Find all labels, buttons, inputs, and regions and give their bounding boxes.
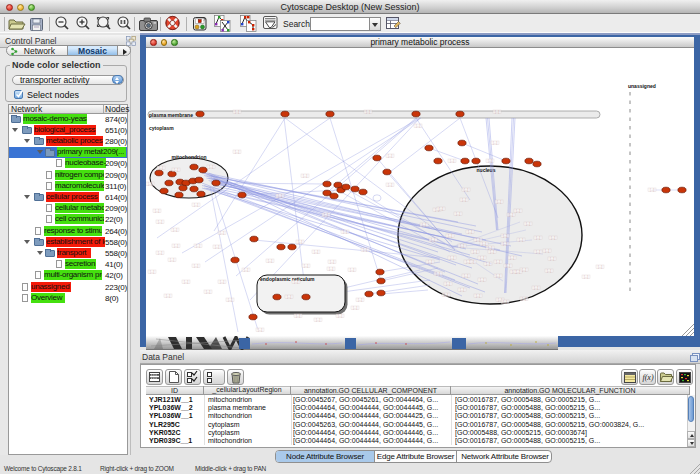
svg-text:[...]: [...] <box>506 264 510 268</box>
svg-text:[...]: [...] <box>294 280 298 284</box>
svg-text:[...]: [...] <box>488 159 492 163</box>
svg-text:[...]: [...] <box>476 294 480 298</box>
svg-text:[...]: [...] <box>480 256 484 260</box>
svg-text:[...]: [...] <box>503 234 507 238</box>
svg-text:[...]: [...] <box>268 259 272 263</box>
svg-text:[...]: [...] <box>158 220 162 224</box>
svg-text:f(x): f(x) <box>642 373 653 382</box>
svg-text:mitochondrion: mitochondrion <box>172 154 207 160</box>
svg-text:[...]: [...] <box>503 242 507 246</box>
svg-text:[...]: [...] <box>173 228 177 232</box>
svg-text:[...]: [...] <box>388 154 392 158</box>
svg-text:[...]: [...] <box>598 265 602 269</box>
svg-text:[...]: [...] <box>314 250 318 254</box>
svg-text:[...]: [...] <box>174 168 178 172</box>
svg-text:[...]: [...] <box>298 240 302 244</box>
svg-text:[...]: [...] <box>220 280 224 284</box>
svg-text:[...]: [...] <box>329 267 333 271</box>
svg-text:unassigned: unassigned <box>628 83 656 89</box>
svg-text:[...]: [...] <box>316 318 320 322</box>
svg-text:[...]: [...] <box>496 274 500 278</box>
svg-text:[...]: [...] <box>496 260 500 264</box>
svg-text:[...]: [...] <box>448 234 452 238</box>
svg-text:[...]: [...] <box>503 300 507 304</box>
svg-text:[...]: [...] <box>235 110 239 114</box>
svg-text:[...]: [...] <box>184 280 188 284</box>
svg-text:plasma membrane: plasma membrane <box>149 112 193 118</box>
svg-text:[...]: [...] <box>522 268 526 272</box>
svg-text:[...]: [...] <box>490 250 494 254</box>
svg-text:[...]: [...] <box>150 270 154 274</box>
svg-text:[...]: [...] <box>343 230 347 234</box>
svg-text:[...]: [...] <box>516 270 520 274</box>
svg-text:[...]: [...] <box>428 260 432 264</box>
svg-text:[...]: [...] <box>155 209 159 213</box>
svg-text:[...]: [...] <box>148 182 152 186</box>
svg-text:[...]: [...] <box>158 251 162 255</box>
svg-text:[...]: [...] <box>194 264 198 268</box>
svg-text:[...]: [...] <box>550 257 554 261</box>
svg-text:[...]: [...] <box>460 244 464 248</box>
svg-text:[...]: [...] <box>476 238 480 242</box>
svg-text:[...]: [...] <box>468 230 472 234</box>
svg-text:[...]: [...] <box>439 207 443 211</box>
svg-text:cytoplasm: cytoplasm <box>149 125 174 131</box>
svg-text:[...]: [...] <box>296 314 300 318</box>
svg-text:[...]: [...] <box>258 328 262 332</box>
svg-text:[...]: [...] <box>422 223 426 227</box>
svg-text:[...]: [...] <box>206 290 210 294</box>
svg-text:[...]: [...] <box>450 256 454 260</box>
svg-text:[...]: [...] <box>444 293 448 297</box>
svg-text:[...]: [...] <box>488 246 492 250</box>
svg-text:[...]: [...] <box>536 250 540 254</box>
svg-text:[...]: [...] <box>480 278 484 282</box>
svg-text:endoplasmic reticulum: endoplasmic reticulum <box>260 276 315 282</box>
svg-text:[...]: [...] <box>473 250 477 254</box>
svg-text:[...]: [...] <box>551 236 555 240</box>
svg-text:[...]: [...] <box>353 306 357 310</box>
svg-text:[...]: [...] <box>196 244 200 248</box>
svg-text:[...]: [...] <box>209 165 213 169</box>
svg-text:[...]: [...] <box>388 183 392 187</box>
svg-text:[...]: [...] <box>159 166 163 170</box>
svg-text:[...]: [...] <box>278 194 282 198</box>
svg-text:[...]: [...] <box>174 244 178 248</box>
svg-text:[...]: [...] <box>534 286 538 290</box>
svg-text:[...]: [...] <box>166 294 170 298</box>
svg-text:[...]: [...] <box>497 200 501 204</box>
svg-text:[...]: [...] <box>194 203 198 207</box>
svg-text:[...]: [...] <box>244 268 248 272</box>
svg-text:[...]: [...] <box>220 231 224 235</box>
svg-text:[...]: [...] <box>235 150 239 154</box>
svg-text:[...]: [...] <box>464 274 468 278</box>
svg-text:[...]: [...] <box>545 249 549 253</box>
svg-text:[...]: [...] <box>510 256 514 260</box>
svg-text:[...]: [...] <box>509 213 513 217</box>
svg-text:[...]: [...] <box>363 248 367 252</box>
svg-text:[...]: [...] <box>486 262 490 266</box>
svg-text:[...]: [...] <box>228 298 232 302</box>
svg-text:[...]: [...] <box>522 297 526 301</box>
svg-text:[...]: [...] <box>650 188 654 192</box>
svg-text:[...]: [...] <box>350 268 354 272</box>
svg-text:[...]: [...] <box>330 260 334 264</box>
svg-text:[...]: [...] <box>304 264 308 268</box>
svg-text:[...]: [...] <box>584 275 588 279</box>
svg-text:[...]: [...] <box>526 222 530 226</box>
svg-text:[...]: [...] <box>358 298 362 302</box>
svg-text:[...]: [...] <box>519 238 523 242</box>
svg-text:[...]: [...] <box>547 269 551 273</box>
svg-text:[...]: [...] <box>460 288 464 292</box>
svg-text:[...]: [...] <box>456 212 460 216</box>
svg-text:[...]: [...] <box>446 282 450 286</box>
svg-text:[...]: [...] <box>516 209 520 213</box>
svg-text:[...]: [...] <box>462 198 466 202</box>
svg-text:[...]: [...] <box>324 213 328 217</box>
svg-text:[...]: [...] <box>338 314 342 318</box>
svg-text:[...]: [...] <box>366 110 370 114</box>
svg-text:[...]: [...] <box>215 245 219 249</box>
svg-text:[...]: [...] <box>536 236 540 240</box>
svg-text:[...]: [...] <box>436 272 440 276</box>
svg-text:[...]: [...] <box>495 110 499 114</box>
svg-text:[...]: [...] <box>466 260 470 264</box>
